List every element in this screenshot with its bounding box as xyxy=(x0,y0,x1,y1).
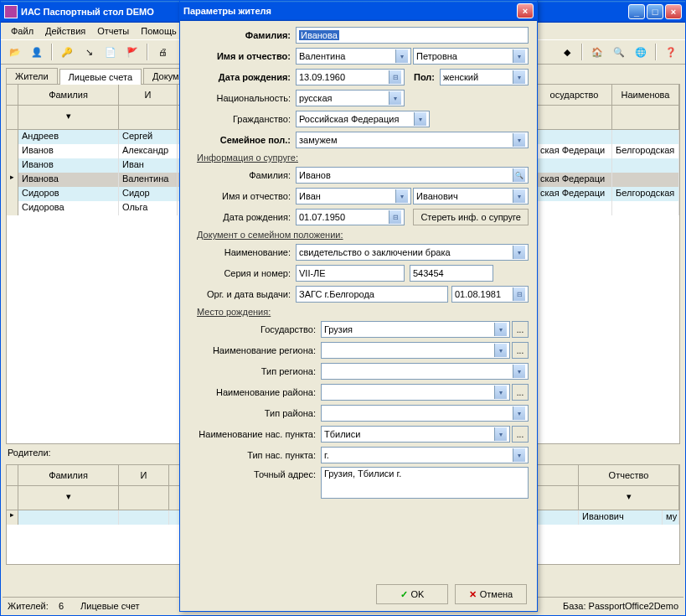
chevron-down-icon[interactable]: ▾ xyxy=(513,246,525,259)
person-icon[interactable]: 👤 xyxy=(28,43,46,61)
toolbar-sep xyxy=(655,44,657,60)
col-p-surname[interactable]: Фамилия xyxy=(18,465,119,485)
tab-accounts[interactable]: Лицевые счета xyxy=(59,69,142,85)
exact-addr-label: Точный адрес: xyxy=(188,467,321,479)
citizenship-combo[interactable]: Российская Федерация▾ xyxy=(296,111,430,127)
sp-birth-input[interactable]: 01.07.1950⊟ xyxy=(296,209,405,225)
sp-name-combo[interactable]: Иван▾ xyxy=(296,188,411,204)
chevron-down-icon[interactable]: ▾ xyxy=(513,365,525,378)
chevron-down-icon[interactable]: ▾ xyxy=(414,112,426,126)
col-surname[interactable]: Фамилия xyxy=(18,85,119,105)
marital-combo[interactable]: замужем▾ xyxy=(296,132,529,148)
chevron-down-icon[interactable]: ▾ xyxy=(395,189,408,203)
chevron-down-icon[interactable]: ▾ xyxy=(494,344,507,357)
locality-type-combo[interactable]: г.▾ xyxy=(321,447,529,463)
state-label: Государство: xyxy=(188,324,321,334)
locality-name-combo[interactable]: Тбилиси▾ xyxy=(321,426,510,443)
chevron-down-icon[interactable]: ▾ xyxy=(627,491,632,501)
chevron-down-icon[interactable]: ▾ xyxy=(66,111,71,121)
exact-addr-input[interactable]: Грузия, Тбилиси г. xyxy=(321,467,529,499)
col-state[interactable]: осударство xyxy=(537,85,612,105)
search-icon[interactable]: 🔍 xyxy=(513,168,525,182)
birth-date-input[interactable]: 13.09.1960⊟ xyxy=(296,69,405,85)
region-type-label: Тип региона: xyxy=(188,366,321,376)
col-p-name[interactable]: И xyxy=(119,465,169,485)
arrow-icon[interactable]: ↘ xyxy=(80,43,98,61)
region-name-combo[interactable]: ▾ xyxy=(321,342,510,359)
menu-file[interactable]: Файл xyxy=(6,24,39,38)
doc-name-label: Наименование: xyxy=(188,247,296,257)
browse-button[interactable]: ... xyxy=(512,342,529,359)
chevron-down-icon[interactable]: ▾ xyxy=(513,189,525,203)
calendar-icon[interactable]: ⊟ xyxy=(513,287,525,301)
name-combo[interactable]: Валентина▾ xyxy=(296,48,411,65)
cit-label: Гражданство: xyxy=(188,114,296,124)
browse-button[interactable]: ... xyxy=(512,384,529,401)
patronymic-combo[interactable]: Петровна▾ xyxy=(413,48,529,65)
maximize-button[interactable]: □ xyxy=(647,4,663,19)
browse-button[interactable]: ... xyxy=(512,426,529,443)
chevron-down-icon[interactable]: ▾ xyxy=(513,406,525,420)
ok-button[interactable]: ✓OK xyxy=(376,584,448,604)
chevron-down-icon[interactable]: ▾ xyxy=(513,133,525,147)
print-icon[interactable]: 🖨 xyxy=(153,43,172,61)
doc-series-input[interactable] xyxy=(296,265,405,282)
dialog-title: Параметры жителя xyxy=(183,6,517,16)
sp-surname-input[interactable]: Иванов🔍 xyxy=(296,167,529,184)
birth-label: Дата рождения: xyxy=(188,72,296,82)
calendar-icon[interactable]: ⊟ xyxy=(389,210,401,224)
nationality-combo[interactable]: русская▾ xyxy=(296,90,405,106)
district-name-combo[interactable]: ▾ xyxy=(321,384,510,401)
diamond-icon[interactable]: ◆ xyxy=(558,43,576,61)
browse-button[interactable]: ... xyxy=(512,321,529,338)
chevron-down-icon[interactable]: ▾ xyxy=(389,91,401,105)
col-region[interactable]: Наименова xyxy=(612,85,679,105)
chevron-down-icon[interactable]: ▾ xyxy=(513,448,525,462)
sp-surname-label: Фамилия: xyxy=(188,170,296,180)
doc-org-input[interactable] xyxy=(296,286,448,303)
name-patr-label: Имя и отчество: xyxy=(188,51,296,61)
chevron-down-icon[interactable]: ▾ xyxy=(513,49,525,63)
chevron-down-icon[interactable]: ▾ xyxy=(66,491,71,501)
sex-combo[interactable]: женский▾ xyxy=(440,69,529,85)
region-type-combo[interactable]: ▾ xyxy=(321,363,529,380)
menu-help[interactable]: Помощь xyxy=(136,24,182,38)
home-icon[interactable]: 🏠 xyxy=(588,43,606,61)
surname-input[interactable]: Иванова xyxy=(296,27,529,44)
check-icon: ✓ xyxy=(400,589,408,600)
search-icon[interactable]: 🔍 xyxy=(610,43,628,61)
chevron-down-icon[interactable]: ▾ xyxy=(494,386,507,399)
menu-actions[interactable]: Действия xyxy=(40,24,90,38)
col-name[interactable]: И xyxy=(119,85,178,105)
state-combo[interactable]: Грузия▾ xyxy=(321,321,510,338)
doc-icon[interactable]: 📄 xyxy=(101,43,120,61)
close-button[interactable]: × xyxy=(665,4,682,19)
key-icon[interactable]: 🔑 xyxy=(58,43,76,61)
doc-number-input[interactable] xyxy=(410,265,493,282)
doc-name-combo[interactable]: свидетельство о заключении брака▾ xyxy=(296,244,529,261)
resident-params-dialog: Параметры жителя × Фамилия: Иванова Имя … xyxy=(179,0,538,612)
menu-reports[interactable]: Отчеты xyxy=(92,24,134,38)
toolbar-sep xyxy=(581,44,583,60)
chevron-down-icon[interactable]: ▾ xyxy=(513,70,525,84)
globe-icon[interactable]: 🌐 xyxy=(632,43,650,61)
tab-residents[interactable]: Жители xyxy=(6,68,58,84)
surname-label: Фамилия: xyxy=(188,30,296,40)
dialog-close-button[interactable]: × xyxy=(517,3,534,18)
col-p-patr[interactable]: Отчество xyxy=(579,465,679,485)
minimize-button[interactable]: _ xyxy=(628,4,645,19)
sp-patr-combo[interactable]: Иванович▾ xyxy=(413,188,529,204)
help-icon[interactable]: ❓ xyxy=(662,43,680,61)
chevron-down-icon[interactable]: ▾ xyxy=(395,49,408,63)
chevron-down-icon[interactable]: ▾ xyxy=(494,323,507,336)
doc-issued-label: Орг. и дата выдачи: xyxy=(188,289,296,299)
erase-spouse-button[interactable]: Стереть инф. о супруге xyxy=(413,209,529,225)
flag-icon[interactable]: 🚩 xyxy=(123,43,142,61)
doc-date-input[interactable]: 01.08.1981⊟ xyxy=(451,286,529,303)
cancel-button[interactable]: ✕Отмена xyxy=(455,584,527,604)
chevron-down-icon[interactable]: ▾ xyxy=(494,427,507,441)
district-type-combo[interactable]: ▾ xyxy=(321,405,529,422)
calendar-icon[interactable]: ⊟ xyxy=(389,70,401,84)
sp-birth-label: Дата рождения: xyxy=(188,212,296,222)
folder-open-icon[interactable]: 📂 xyxy=(6,43,24,61)
